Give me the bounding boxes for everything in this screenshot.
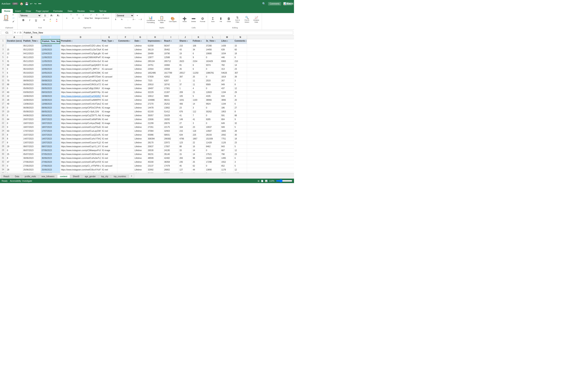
cell[interactable]: 18282 — [163, 118, 179, 121]
cell[interactable]: 08/04/2023 — [41, 114, 60, 117]
table-row[interactable]: 13005/09/202309/05/2023https://www.insta… — [0, 87, 294, 91]
cell[interactable] — [117, 141, 134, 145]
cell[interactable]: Lifetime — [134, 48, 147, 52]
cell[interactable]: https://www.instagram.com/reel/CppiQA0DY… — [60, 63, 101, 67]
cell[interactable]: 446 — [221, 56, 234, 59]
cell[interactable]: 25/06/2023 — [41, 168, 60, 172]
cell[interactable]: 11428 — [205, 141, 221, 145]
cell[interactable]: 05/08/2023 — [22, 110, 41, 114]
cell[interactable] — [117, 75, 134, 79]
cell[interactable]: https://www.instagram.com/reel/CwAMtRPtX… — [60, 98, 101, 102]
cell[interactable]: 6 — [234, 156, 247, 160]
indent-decrease-button[interactable]: ⇤ — [94, 13, 100, 16]
cell[interactable] — [117, 149, 134, 152]
table-row[interactable]: 26814/07/202314/07/2023https://www.insta… — [0, 137, 294, 141]
cell[interactable]: https://www.instagram.com/p/Cpm8P27Dwhp/ — [60, 75, 101, 79]
cell-d1[interactable]: Permalink ▾ — [60, 39, 101, 44]
sheet-tab-top-countries[interactable]: top_countries — [111, 175, 129, 178]
cell[interactable]: 35057 — [147, 114, 163, 117]
merge-centre-button[interactable]: Merge & Centre ▾ — [94, 17, 110, 20]
cell[interactable]: 10680 — [205, 52, 221, 55]
cell[interactable]: 15 — [6, 48, 22, 52]
cell[interactable]: 20 — [234, 98, 247, 102]
cell[interactable]: 23137 — [147, 164, 163, 168]
cell[interactable]: 127 — [179, 168, 192, 172]
cell[interactable]: 187 — [179, 172, 192, 173]
cell[interactable]: 0 — [6, 87, 22, 90]
underline-button[interactable]: U — [33, 18, 39, 22]
cell[interactable]: 313 — [221, 67, 234, 71]
cell[interactable]: 10937 — [205, 125, 221, 129]
cell[interactable]: 06/11/2023 — [22, 56, 41, 59]
cell[interactable]: 42482 — [163, 156, 179, 160]
table-row[interactable]: 63105/11/202311/05/2023https://www.insta… — [0, 59, 294, 63]
cell[interactable]: https://www.instagram.com/reel/Ct6cvXYtz… — [60, 168, 101, 172]
cell[interactable]: 27/06/2023 — [41, 160, 60, 164]
cell[interactable]: IG image — [101, 149, 117, 152]
cell[interactable]: 30/06/2023 — [41, 156, 60, 160]
cell[interactable]: 35140 — [163, 152, 179, 156]
add-sheet-button[interactable]: + — [129, 174, 134, 178]
cell[interactable] — [117, 94, 134, 98]
cell[interactable]: Lifetime — [134, 110, 147, 114]
cell[interactable]: Lifetime — [134, 152, 147, 156]
cell[interactable]: https://www.instagram.com/p/CtMawquvPcI/ — [60, 149, 101, 152]
sheet-tab-data[interactable]: Data — [12, 175, 22, 178]
cell[interactable]: 26802 — [163, 168, 179, 172]
cell[interactable]: 27270 — [147, 102, 163, 106]
cell[interactable]: IG reel — [101, 156, 117, 160]
cell[interactable]: 2346 — [221, 172, 234, 173]
cell[interactable]: 35462 — [163, 48, 179, 52]
cell[interactable]: 5 — [192, 94, 205, 98]
cell[interactable]: 53788 — [163, 172, 179, 173]
cell[interactable]: 9 — [234, 118, 247, 121]
cell[interactable]: Lifetime — [134, 172, 147, 173]
cell[interactable]: https://www.instagram.com/reel/CuHu3wTLQ… — [60, 156, 101, 160]
cell[interactable]: 54626 — [221, 71, 234, 75]
cell[interactable]: 8 — [6, 156, 22, 160]
cell[interactable]: 9 — [6, 125, 22, 129]
cell-l1[interactable]: 3s_View ▾ — [205, 39, 221, 44]
cell[interactable]: IG reel — [101, 91, 117, 94]
cell[interactable]: 0 — [205, 149, 221, 152]
cell[interactable]: 25 — [192, 160, 205, 164]
cell[interactable]: IG reel — [101, 59, 117, 63]
align-right-button[interactable]: ≡ — [76, 17, 82, 20]
cell[interactable]: 13/08/2023 — [41, 102, 60, 106]
cell[interactable] — [117, 168, 134, 172]
tab-home[interactable]: Home — [2, 9, 13, 13]
cell[interactable]: 18 — [234, 52, 247, 55]
cell[interactable]: 49 — [6, 102, 22, 106]
cell[interactable]: 105 — [179, 94, 192, 98]
cell[interactable]: 26530 — [147, 149, 163, 152]
cell[interactable]: 19/07/2023 — [41, 122, 60, 125]
tab-page-layout[interactable]: Page Layout — [34, 9, 51, 13]
cancel-formula-icon[interactable]: ✕ — [14, 31, 16, 34]
cell[interactable]: 8 — [234, 110, 247, 114]
cell[interactable] — [117, 98, 134, 102]
paste-button[interactable]: 📋 Paste — [2, 14, 10, 22]
cell[interactable]: 22606 — [147, 118, 163, 121]
cell[interactable]: 30/06/2023 — [22, 156, 41, 160]
confirm-formula-icon[interactable]: ✓ — [17, 31, 19, 34]
cell[interactable]: Lifetime — [134, 141, 147, 145]
table-row[interactable]: 174913/08/202313/08/2023https://www.inst… — [0, 102, 294, 106]
col-header-i[interactable]: I — [163, 35, 179, 39]
cell[interactable]: 31 — [179, 56, 192, 59]
cell[interactable]: 03/11/2023 — [22, 63, 41, 67]
table-row[interactable]: 192305/08/202308/05/2023https://www.inst… — [0, 110, 294, 114]
cell[interactable]: 283 — [179, 156, 192, 160]
cell[interactable]: 41 — [179, 114, 192, 117]
cell[interactable]: 9 — [192, 56, 205, 59]
cell[interactable]: 12603 — [205, 91, 221, 94]
cell-reference-box[interactable] — [1, 31, 13, 34]
cell[interactable]: 20637 — [147, 145, 163, 149]
cell[interactable]: 267 — [221, 79, 234, 83]
cell[interactable]: 05/07/2023 — [22, 152, 41, 156]
cell[interactable] — [117, 106, 134, 110]
font-decrease-button[interactable]: A↓ — [56, 14, 61, 17]
col-header-l[interactable]: L — [205, 35, 221, 39]
cell[interactable] — [117, 102, 134, 106]
cell[interactable]: 04/12/2023 — [22, 52, 41, 55]
cell[interactable]: IG image — [101, 106, 117, 110]
